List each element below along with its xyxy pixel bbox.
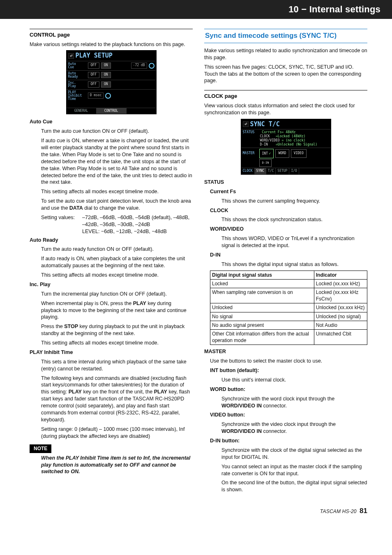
footer-page-num: 81 — [360, 507, 367, 515]
btn-video: VIDEO — [291, 149, 307, 158]
wv-p: This shows WORD, VIDEO or TriLevel if a … — [221, 235, 367, 249]
btn-din: D-IN — [259, 159, 272, 167]
tab-control: CONTROL — [97, 108, 127, 114]
th-indicator: Indicator — [314, 271, 367, 279]
tab-setup: SETUP — [276, 168, 289, 174]
auto-cue-on: ON — [101, 62, 111, 69]
tab-io: I/O — [289, 168, 299, 174]
auto-ready-p3: This setting affects all modes except ti… — [41, 272, 193, 279]
auto-ready-heading: Auto Ready — [30, 237, 193, 244]
play-setup-title: PLAY SETUP — [76, 51, 113, 60]
play-setup-screenshot: ⤶ PLAY SETUP Auto Cue OFF ON -72 dB Auto… — [66, 50, 157, 114]
tab-general: GENERAL — [67, 108, 97, 114]
auto-cue-p2: If auto cue is ON, whenever a take is ch… — [41, 137, 193, 186]
auto-cue-heading: Auto Cue — [30, 118, 193, 125]
tab-label-clock: CLOCK — [241, 168, 255, 174]
sync-intro-1: Make various settings related to audio s… — [204, 47, 367, 61]
dropdown-icon: ⤶ — [68, 53, 74, 59]
din-button-p3: On the second line of the button, the di… — [221, 479, 367, 493]
video-button-t: VIDEO button: — [210, 412, 367, 419]
clock-p: This shows the clock synchronization sta… — [221, 216, 367, 223]
knob-icon — [105, 93, 111, 99]
note-label: NOTE — [30, 444, 51, 453]
auto-ready-on: ON — [101, 72, 111, 78]
sync-tc-title: SYNC T/C — [250, 120, 280, 128]
inhibit-heading: PLAY Inhibit Time — [30, 349, 193, 356]
th-status: Digital input signal status — [210, 271, 314, 279]
auto-cue-setting: Setting values: –72dB, –66dB, –60dB, –54… — [41, 214, 193, 235]
auto-cue-p3: This setting affects all modes except ti… — [41, 188, 193, 195]
knob-icon — [149, 63, 154, 69]
btn-int: INT — [259, 149, 274, 158]
control-page-heading: CONTROL page — [30, 29, 193, 39]
setting-values-1: –72dB, –66dB, –60dB, –54dB (default), –4… — [82, 214, 193, 228]
control-intro: Make various settings related to the pla… — [30, 41, 193, 48]
clock-page-heading: CLOCK page — [204, 90, 367, 100]
inc-play-p3: Press the STOP key during playback to pu… — [41, 323, 193, 337]
int-button-p: Use this unit's internal clock. — [221, 377, 367, 384]
current-fs-p: This shows the current sampling frequenc… — [221, 198, 367, 205]
int-button-t: INT button (default): — [210, 367, 367, 374]
clock-intro: View various clock status information an… — [204, 102, 367, 116]
word-button-p: Synchronize with the word clock input th… — [221, 395, 367, 409]
inhibit-p1: This sets a time interval during which p… — [41, 358, 193, 372]
current-fs-t: Current Fs — [210, 188, 367, 195]
inc-play-p2: When incremental play is ON, press the P… — [41, 300, 193, 321]
sync-tc-heading: Sync and timecode settings (SYNC T/C) — [204, 29, 367, 43]
setting-values-label: Setting values: — [41, 214, 82, 235]
auto-ready-off: OFF — [88, 72, 99, 78]
left-column: CONTROL page Make various settings relat… — [30, 29, 193, 496]
setting-values-2: LEVEL: −6dB, −12dB, −24dB, −48dB — [82, 228, 193, 235]
din-button-p1: Synchronize with the clock of the digita… — [221, 447, 367, 461]
inhibit-label: PLAY Inhibit Time — [68, 91, 86, 101]
inc-play-p1: Turn the incremental play function ON or… — [41, 291, 193, 298]
note-body: When the PLAY Inhibit Time item is set t… — [41, 455, 193, 476]
dropdown-icon: ⤶ — [243, 121, 249, 127]
auto-cue-off: OFF — [88, 62, 99, 69]
sync-intro-2: This screen has five pages: CLOCK, SYNC,… — [204, 64, 367, 85]
tab-sync-screen: SYNC — [255, 168, 266, 174]
status-label: STATUS — [243, 130, 260, 134]
master-intro: Use the buttons to select the master clo… — [210, 358, 367, 365]
chapter-title: 10 − Internal settings — [288, 3, 380, 16]
status-heading: STATUS — [204, 179, 367, 186]
auto-cue-p4: To set the auto cue start point detectio… — [41, 198, 193, 212]
auto-ready-label: Auto Ready — [68, 72, 86, 79]
din-p: This shows the digital input signal stat… — [221, 261, 367, 268]
inc-play-off: OFF — [88, 81, 99, 88]
btn-word: WORD — [275, 149, 289, 158]
video-button-p: Synchronize with the video clock input t… — [221, 421, 367, 435]
din-t: D-IN — [210, 252, 367, 259]
din-button-t: D-IN button: — [210, 437, 367, 444]
chapter-header: 10 − Internal settings — [0, 0, 392, 19]
inc-play-p4: This setting affects all modes except ti… — [41, 340, 193, 347]
auto-cue-p1: Turn the auto cue function ON or OFF (de… — [41, 128, 193, 135]
inc-play-label: Inc. Play — [68, 81, 86, 88]
inhibit-p3: Setting range: 0 (default) – 1000 msec (… — [41, 426, 193, 440]
auto-ready-p2: If auto ready is ON, when playback of a … — [41, 255, 193, 269]
clock-t: CLOCK — [210, 207, 367, 214]
sync-tc-screenshot: ⤶ SYNC T/C STATUS Current Fs= 48kHz CLOC… — [241, 119, 331, 175]
auto-ready-p1: Turn the auto ready function ON or OFF (… — [41, 246, 193, 253]
master-label-s: MASTER — [243, 151, 258, 156]
auto-cue-level: -72 dB — [131, 62, 147, 69]
inc-play-on: ON — [101, 81, 111, 88]
din-button-p2: You cannot select an input as the master… — [221, 463, 367, 477]
wv-t: WORD/VIDEO — [210, 226, 367, 233]
master-heading: MASTER — [204, 348, 367, 355]
page-body: CONTROL page Make various settings relat… — [0, 19, 392, 506]
word-button-t: WORD button: — [210, 386, 367, 393]
inhibit-p2: The following keys and commands are disa… — [41, 375, 193, 423]
din-status-table: Digital input signal status Indicator Lo… — [210, 271, 367, 345]
right-column: Sync and timecode settings (SYNC T/C) Ma… — [204, 29, 367, 496]
inhibit-value: 0 msec — [88, 92, 104, 99]
auto-cue-label: Auto Cue — [68, 62, 86, 69]
page-footer: TASCAM HS-20 81 — [0, 506, 392, 523]
tab-tc: T/C — [266, 168, 276, 174]
footer-model: TASCAM HS-20 — [320, 509, 357, 514]
inc-play-heading: Inc. Play — [30, 281, 193, 288]
